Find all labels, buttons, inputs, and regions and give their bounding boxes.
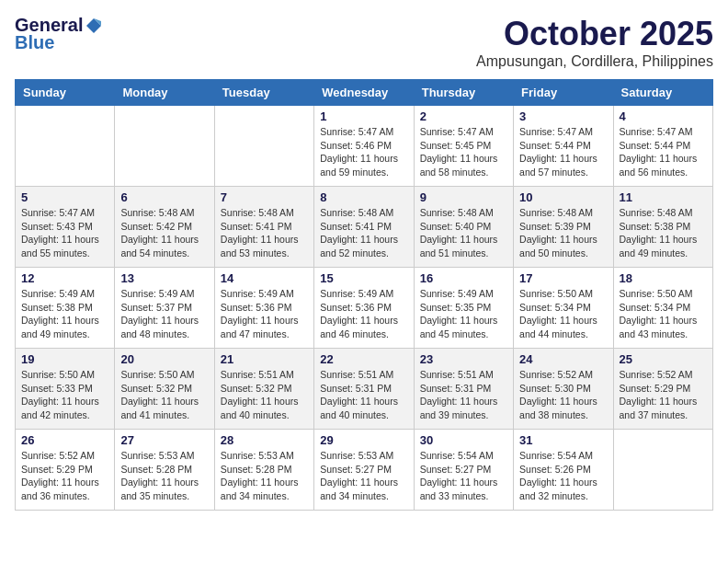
day-info: Sunrise: 5:50 AM Sunset: 5:33 PM Dayligh… (21, 368, 108, 422)
page-header: General Blue October 2025 Ampusungan, Co… (15, 15, 713, 70)
day-number: 8 (320, 190, 407, 204)
day-info: Sunrise: 5:47 AM Sunset: 5:43 PM Dayligh… (21, 206, 108, 260)
calendar-day-20: 20Sunrise: 5:50 AM Sunset: 5:32 PM Dayli… (115, 349, 214, 430)
day-info: Sunrise: 5:47 AM Sunset: 5:45 PM Dayligh… (420, 125, 507, 179)
day-info: Sunrise: 5:49 AM Sunset: 5:37 PM Dayligh… (120, 287, 208, 341)
calendar-day-13: 13Sunrise: 5:49 AM Sunset: 5:37 PM Dayli… (115, 268, 214, 349)
calendar-day-30: 30Sunrise: 5:54 AM Sunset: 5:27 PM Dayli… (414, 430, 513, 511)
day-number: 1 (320, 109, 407, 123)
day-info: Sunrise: 5:48 AM Sunset: 5:41 PM Dayligh… (320, 206, 407, 260)
calendar-week-row: 1Sunrise: 5:47 AM Sunset: 5:46 PM Daylig… (16, 106, 713, 187)
calendar-day-19: 19Sunrise: 5:50 AM Sunset: 5:33 PM Dayli… (16, 349, 115, 430)
day-info: Sunrise: 5:48 AM Sunset: 5:38 PM Dayligh… (620, 206, 707, 260)
day-info: Sunrise: 5:48 AM Sunset: 5:41 PM Dayligh… (221, 206, 308, 260)
day-info: Sunrise: 5:49 AM Sunset: 5:35 PM Dayligh… (420, 287, 507, 341)
calendar-day-26: 26Sunrise: 5:52 AM Sunset: 5:29 PM Dayli… (16, 430, 115, 511)
day-number: 9 (420, 190, 507, 204)
day-info: Sunrise: 5:51 AM Sunset: 5:31 PM Dayligh… (320, 368, 407, 422)
day-number: 6 (120, 190, 208, 204)
day-info: Sunrise: 5:52 AM Sunset: 5:29 PM Dayligh… (21, 449, 108, 503)
day-info: Sunrise: 5:47 AM Sunset: 5:44 PM Dayligh… (620, 125, 707, 179)
day-info: Sunrise: 5:48 AM Sunset: 5:39 PM Dayligh… (519, 206, 607, 260)
weekday-header-monday: Monday (115, 80, 214, 106)
day-info: Sunrise: 5:54 AM Sunset: 5:26 PM Dayligh… (519, 449, 607, 503)
day-number: 21 (221, 352, 308, 366)
day-info: Sunrise: 5:49 AM Sunset: 5:36 PM Dayligh… (221, 287, 308, 341)
calendar-day-25: 25Sunrise: 5:52 AM Sunset: 5:29 PM Dayli… (613, 349, 712, 430)
day-info: Sunrise: 5:51 AM Sunset: 5:31 PM Dayligh… (420, 368, 507, 422)
day-number: 3 (519, 109, 607, 123)
calendar-day-5: 5Sunrise: 5:47 AM Sunset: 5:43 PM Daylig… (16, 187, 115, 268)
day-number: 12 (21, 271, 108, 285)
calendar-day-27: 27Sunrise: 5:53 AM Sunset: 5:28 PM Dayli… (115, 430, 214, 511)
calendar-day-14: 14Sunrise: 5:49 AM Sunset: 5:36 PM Dayli… (214, 268, 313, 349)
logo: General Blue (15, 15, 103, 53)
weekday-header-thursday: Thursday (414, 80, 513, 106)
calendar-week-row: 5Sunrise: 5:47 AM Sunset: 5:43 PM Daylig… (16, 187, 713, 268)
day-number: 22 (320, 352, 407, 366)
day-info: Sunrise: 5:47 AM Sunset: 5:44 PM Dayligh… (519, 125, 607, 179)
calendar-day-2: 2Sunrise: 5:47 AM Sunset: 5:45 PM Daylig… (414, 106, 513, 187)
day-info: Sunrise: 5:47 AM Sunset: 5:46 PM Dayligh… (320, 125, 407, 179)
day-info: Sunrise: 5:54 AM Sunset: 5:27 PM Dayligh… (420, 449, 507, 503)
day-number: 17 (519, 271, 607, 285)
day-number: 5 (21, 190, 108, 204)
calendar-day-17: 17Sunrise: 5:50 AM Sunset: 5:34 PM Dayli… (514, 268, 613, 349)
day-number: 18 (620, 271, 707, 285)
calendar-week-row: 19Sunrise: 5:50 AM Sunset: 5:33 PM Dayli… (16, 349, 713, 430)
calendar-day-12: 12Sunrise: 5:49 AM Sunset: 5:38 PM Dayli… (16, 268, 115, 349)
day-number: 25 (620, 352, 707, 366)
calendar-day-8: 8Sunrise: 5:48 AM Sunset: 5:41 PM Daylig… (314, 187, 414, 268)
calendar-day-15: 15Sunrise: 5:49 AM Sunset: 5:36 PM Dayli… (314, 268, 414, 349)
weekday-header-saturday: Saturday (613, 80, 712, 106)
calendar-day-22: 22Sunrise: 5:51 AM Sunset: 5:31 PM Dayli… (314, 349, 414, 430)
calendar-day-1: 1Sunrise: 5:47 AM Sunset: 5:46 PM Daylig… (314, 106, 414, 187)
day-info: Sunrise: 5:52 AM Sunset: 5:30 PM Dayligh… (519, 368, 607, 422)
day-number: 31 (519, 433, 607, 447)
day-number: 10 (519, 190, 607, 204)
day-info: Sunrise: 5:50 AM Sunset: 5:32 PM Dayligh… (120, 368, 208, 422)
weekday-header-sunday: Sunday (16, 80, 115, 106)
day-number: 23 (420, 352, 507, 366)
calendar-day-18: 18Sunrise: 5:50 AM Sunset: 5:34 PM Dayli… (613, 268, 712, 349)
calendar-day-31: 31Sunrise: 5:54 AM Sunset: 5:26 PM Dayli… (514, 430, 613, 511)
calendar-header-row: SundayMondayTuesdayWednesdayThursdayFrid… (16, 80, 713, 106)
month-title: October 2025 (476, 15, 713, 53)
day-info: Sunrise: 5:51 AM Sunset: 5:32 PM Dayligh… (221, 368, 308, 422)
day-info: Sunrise: 5:49 AM Sunset: 5:38 PM Dayligh… (21, 287, 108, 341)
calendar-day-10: 10Sunrise: 5:48 AM Sunset: 5:39 PM Dayli… (514, 187, 613, 268)
weekday-header-tuesday: Tuesday (214, 80, 313, 106)
calendar-day-6: 6Sunrise: 5:48 AM Sunset: 5:42 PM Daylig… (115, 187, 214, 268)
day-info: Sunrise: 5:49 AM Sunset: 5:36 PM Dayligh… (320, 287, 407, 341)
location-title: Ampusungan, Cordillera, Philippines (476, 53, 713, 70)
day-number: 15 (320, 271, 407, 285)
empty-day (214, 106, 313, 187)
calendar-day-29: 29Sunrise: 5:53 AM Sunset: 5:27 PM Dayli… (314, 430, 414, 511)
day-info: Sunrise: 5:48 AM Sunset: 5:40 PM Dayligh… (420, 206, 507, 260)
calendar-day-7: 7Sunrise: 5:48 AM Sunset: 5:41 PM Daylig… (214, 187, 313, 268)
day-info: Sunrise: 5:53 AM Sunset: 5:28 PM Dayligh… (120, 449, 208, 503)
day-number: 28 (221, 433, 308, 447)
calendar-day-11: 11Sunrise: 5:48 AM Sunset: 5:38 PM Dayli… (613, 187, 712, 268)
day-info: Sunrise: 5:50 AM Sunset: 5:34 PM Dayligh… (519, 287, 607, 341)
day-number: 19 (21, 352, 108, 366)
calendar-day-4: 4Sunrise: 5:47 AM Sunset: 5:44 PM Daylig… (613, 106, 712, 187)
calendar-week-row: 26Sunrise: 5:52 AM Sunset: 5:29 PM Dayli… (16, 430, 713, 511)
day-number: 14 (221, 271, 308, 285)
empty-day (613, 430, 712, 511)
day-number: 4 (620, 109, 707, 123)
calendar-table: SundayMondayTuesdayWednesdayThursdayFrid… (15, 79, 713, 511)
day-number: 29 (320, 433, 407, 447)
day-number: 26 (21, 433, 108, 447)
calendar-day-3: 3Sunrise: 5:47 AM Sunset: 5:44 PM Daylig… (514, 106, 613, 187)
weekday-header-friday: Friday (514, 80, 613, 106)
day-info: Sunrise: 5:53 AM Sunset: 5:28 PM Dayligh… (221, 449, 308, 503)
calendar-day-21: 21Sunrise: 5:51 AM Sunset: 5:32 PM Dayli… (214, 349, 313, 430)
empty-day (16, 106, 115, 187)
day-number: 2 (420, 109, 507, 123)
day-number: 20 (120, 352, 208, 366)
day-number: 16 (420, 271, 507, 285)
logo-icon (85, 17, 103, 35)
day-info: Sunrise: 5:50 AM Sunset: 5:34 PM Dayligh… (620, 287, 707, 341)
day-info: Sunrise: 5:53 AM Sunset: 5:27 PM Dayligh… (320, 449, 407, 503)
